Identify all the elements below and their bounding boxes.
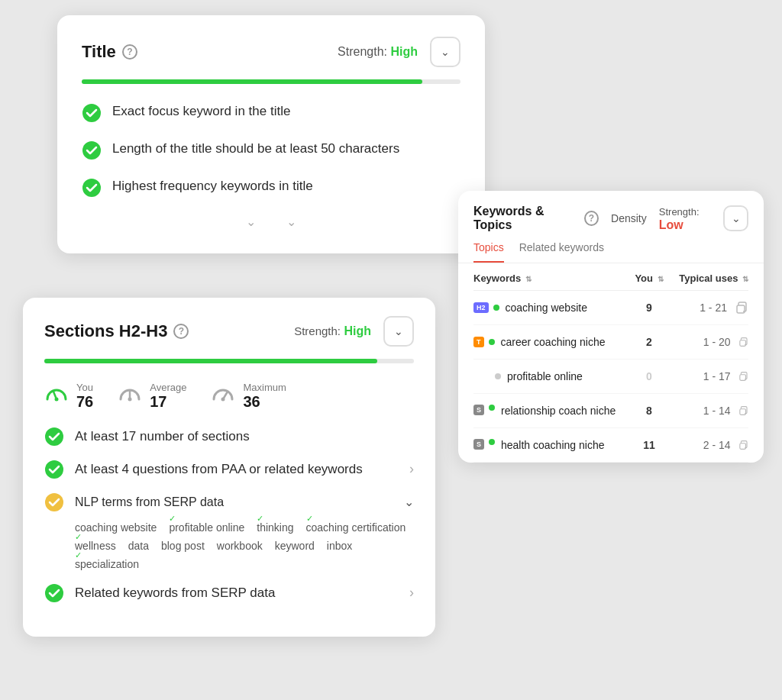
kw-typical-1: 1 - 21 [672,302,727,314]
sort-keywords-icon[interactable]: ⇅ [525,275,532,283]
sections-check-text-2: At least 4 questions from PAA or related… [75,460,363,479]
title-help-icon[interactable]: ? [122,44,137,60]
title-check-text-1: Exact focus keyword in the title [112,102,290,121]
sections-strength-label: Strength: High [294,324,371,338]
kw-you-3: 0 [646,370,652,382]
svg-point-1 [82,141,101,160]
gauge-max-icon [211,384,235,408]
tag-cloud: coaching website profitable online think… [44,521,414,570]
related-keywords-row[interactable]: Related keywords from SERP data › [44,582,414,603]
keywords-header: Keywords & Topics ? Density Strength: Lo… [458,191,764,263]
svg-point-8 [221,398,225,402]
sections-arrow-2: › [409,461,414,477]
kw-name-2: career coaching niche [501,336,606,348]
sections-check-item-1: At least 17 number of sections [44,426,414,447]
keywords-panel: Keywords & Topics ? Density Strength: Lo… [458,191,764,463]
kw-dot-1 [493,305,499,311]
title-panel: Title ? Strength: High ⌄ Exact focus key… [57,15,485,253]
nlp-section: NLP terms from SERP data ⌄ coaching webs… [44,492,414,570]
svg-point-9 [45,427,63,446]
keywords-help-icon[interactable]: ? [584,211,599,226]
kw-dot-4 [489,405,495,411]
copy-icon-1[interactable] [733,300,748,315]
title-collapse-button[interactable]: ⌄ [430,37,460,67]
tag-thinking: thinking [257,521,293,534]
sections-help-icon[interactable]: ? [173,324,189,339]
stat-you: You 76 [44,382,93,411]
tab-related-keywords[interactable]: Related keywords [519,241,604,263]
keywords-strength: Strength: Low [659,205,723,232]
nlp-check-icon [44,492,64,512]
keywords-collapse-button[interactable]: ⌄ [723,205,748,231]
sections-progress-fill [44,359,377,363]
copy-icon-2[interactable] [737,334,748,350]
sections-collapse-button[interactable]: ⌄ [383,316,414,347]
keywords-strength-value: Low [659,218,683,231]
col-header-typical: Typical uses ⇅ [672,273,748,284]
nlp-collapse-icon[interactable]: ⌄ [404,495,414,509]
copy-icon-3[interactable] [737,369,748,384]
sections-label: Sections H2-H3 [44,321,167,341]
tag-profitable-online: profitable online [169,521,244,534]
stat-you-value: 76 [76,393,93,410]
title-panel-header: Title ? Strength: High ⌄ [82,37,460,67]
keywords-title: Keywords & Topics ? [473,205,599,232]
badge-h2: H2 [473,302,489,313]
svg-point-12 [45,584,63,602]
kw-name-1: coaching website [506,302,626,314]
related-keywords-check-icon [44,583,64,603]
title-progress-bar [82,79,460,84]
sections-panel-title: Sections H2-H3 ? [44,321,189,341]
title-collapse-indicator: ⌄ ⌄ [82,215,460,229]
title-progress-fill [82,79,422,84]
svg-point-0 [82,104,101,122]
kw-you-1: 9 [646,302,652,314]
kw-name-5: health coaching niche [501,439,626,451]
check-icon-1 [82,103,102,123]
badge-s-5: S [473,439,484,450]
title-check-item-1: Exact focus keyword in the title [82,102,460,123]
sections-panel-header: Sections H2-H3 ? Strength: High ⌄ [44,316,414,347]
kw-you-5: 11 [643,439,655,451]
sort-you-icon[interactable]: ⇅ [658,275,664,283]
kw-typical-2: 1 - 20 [672,336,731,348]
sections-check-item-2[interactable]: At least 4 questions from PAA or related… [44,459,414,479]
kw-typical-3: 1 - 17 [672,370,731,382]
tag-coaching-website: coaching website [75,521,157,534]
tag-blog-post: blog post [161,540,205,552]
nlp-title: NLP terms from SERP data [75,495,393,509]
stat-maximum-label: Maximum [243,382,286,393]
sections-check-icon-2 [44,460,64,479]
sections-progress-bar [44,359,414,363]
stat-average-value: 17 [150,393,166,410]
check-icon-2 [82,140,102,160]
title-check-text-3: Highest frequency keywords in title [112,177,313,195]
sections-check-icon-1 [44,427,64,447]
title-strength-value: High [390,45,418,58]
col-header-you: You ⇅ [626,273,672,284]
density-link[interactable]: Density [611,212,647,224]
stat-average-label: Average [150,382,186,393]
stat-you-label: You [76,382,93,393]
svg-point-2 [82,179,101,197]
sort-typical-icon[interactable]: ⇅ [742,275,748,283]
kw-typical-4: 1 - 14 [672,405,731,417]
keywords-header-top: Keywords & Topics ? Density Strength: Lo… [473,205,748,232]
kw-dot-2 [489,339,495,345]
title-check-item-3: Highest frequency keywords in title [82,177,460,198]
title-strength-label: Strength: High [338,45,418,59]
copy-icon-5[interactable] [737,437,748,453]
check-icon-3 [82,178,102,198]
tag-data: data [128,540,149,552]
kw-dot-3 [495,373,501,379]
gauge-avg-icon [118,384,142,408]
title-panel-title: Title ? [82,42,137,62]
tag-specialization: specialization [75,558,139,570]
tag-workbook: workbook [217,540,263,552]
kw-title-area: Keywords & Topics ? Density Strength: Lo… [473,205,723,232]
copy-icon-4[interactable] [737,403,748,418]
svg-point-10 [45,460,63,479]
kw-typical-5: 2 - 14 [672,439,731,451]
keywords-table: Keywords ⇅ You ⇅ Typical uses ⇅ H2 coach… [458,263,764,463]
tab-topics[interactable]: Topics [473,241,504,263]
